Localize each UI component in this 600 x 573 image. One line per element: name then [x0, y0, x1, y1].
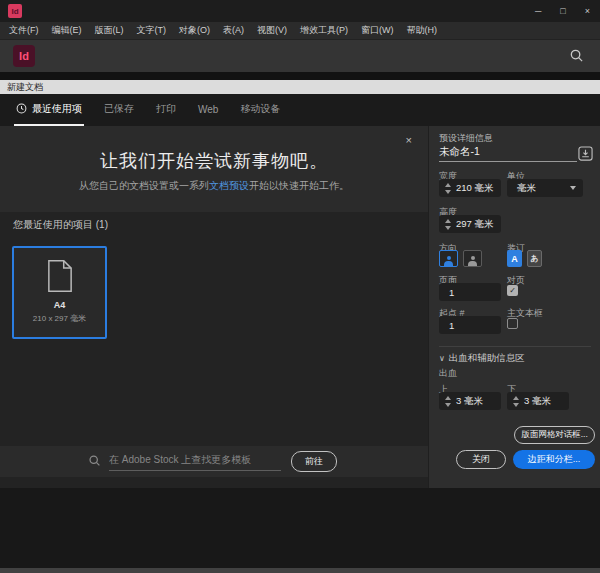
banner-title: 让我们开始尝试新事物吧。 — [0, 149, 428, 173]
document-presets-link[interactable]: 文档预设 — [209, 180, 249, 191]
margins-columns-button[interactable]: 边距和分栏... — [513, 450, 595, 469]
menu-edit[interactable]: 编辑(E) — [52, 24, 82, 37]
menu-window[interactable]: 窗口(W) — [361, 24, 394, 37]
card-name: A4 — [54, 300, 66, 310]
width-stepper[interactable]: 210 毫米 — [439, 179, 501, 197]
layout-grid-dialog-button[interactable]: 版面网格对话框... — [514, 426, 595, 444]
tab-label: 已保存 — [104, 102, 134, 116]
app-toolbar: Id — [0, 40, 600, 72]
stepper-arrows-icon[interactable] — [513, 396, 519, 407]
binding-options: A あ — [507, 250, 542, 267]
landscape-orientation-icon[interactable] — [463, 250, 482, 267]
bleed-label: 出血 — [439, 367, 457, 380]
menu-object[interactable]: 对象(O) — [179, 24, 210, 37]
app-background — [0, 488, 600, 568]
menu-plugins[interactable]: 增效工具(P) — [300, 24, 348, 37]
minimize-icon[interactable]: ─ — [535, 6, 541, 16]
pages-value: 1 — [439, 287, 454, 298]
orientation-options — [439, 250, 482, 267]
maximize-icon[interactable]: □ — [560, 6, 565, 16]
indesign-app-icon: Id — [8, 4, 22, 18]
close-icon[interactable]: × — [585, 6, 590, 16]
document-icon — [47, 259, 73, 293]
tab-label: 最近使用项 — [32, 102, 82, 116]
tab-mobile[interactable]: 移动设备 — [238, 94, 282, 126]
banner-subtitle: 从您自己的文档设置或一系列文档预设开始以快速开始工作。 — [0, 179, 428, 193]
unit-dropdown[interactable]: 毫米 — [507, 179, 583, 197]
bleed-top-stepper[interactable]: 3 毫米 — [439, 392, 501, 410]
panel-divider — [439, 346, 591, 347]
banner-close-icon[interactable]: × — [406, 134, 412, 146]
stepper-arrows-icon[interactable] — [445, 396, 451, 407]
stock-search-bar: 在 Adobe Stock 上查找更多模板 前往 — [0, 446, 428, 477]
pages-input[interactable]: 1 — [439, 283, 501, 301]
tab-web[interactable]: Web — [196, 94, 220, 126]
search-icon — [88, 453, 101, 471]
menu-type[interactable]: 文字(T) — [137, 24, 167, 37]
menu-bar: 文件(F) 编辑(E) 版面(L) 文字(T) 对象(O) 表(A) 视图(V)… — [0, 22, 600, 40]
check-icon: ✓ — [509, 286, 516, 295]
banner-subtitle-text: 从您自己的文档设置或一系列 — [79, 180, 209, 191]
menu-file[interactable]: 文件(F) — [9, 24, 39, 37]
bleed-bottom-value: 3 毫米 — [524, 395, 551, 408]
menu-table[interactable]: 表(A) — [223, 24, 244, 37]
facing-pages-checkbox[interactable]: ✓ — [507, 285, 518, 296]
height-stepper[interactable]: 297 毫米 — [439, 215, 501, 233]
go-button[interactable]: 前往 — [291, 451, 337, 472]
binding-left-to-right-icon[interactable]: A — [507, 250, 522, 267]
tab-print[interactable]: 打印 — [154, 94, 178, 126]
stepper-arrows-icon[interactable] — [445, 183, 451, 194]
unit-value: 毫米 — [507, 182, 536, 195]
stock-search-input[interactable]: 在 Adobe Stock 上查找更多模板 — [109, 453, 281, 471]
tab-label: 打印 — [156, 102, 176, 116]
portrait-orientation-icon[interactable] — [439, 250, 458, 267]
banner-subtitle-text: 开始以快速开始工作。 — [249, 180, 349, 191]
chevron-down-icon: ∨ — [439, 354, 445, 363]
card-dimensions: 210 x 297 毫米 — [33, 313, 86, 324]
menu-view[interactable]: 视图(V) — [257, 24, 287, 37]
document-tabs: 最近使用项 已保存 打印 Web 移动设备 — [0, 94, 600, 126]
indesign-logo: Id — [13, 45, 35, 67]
bleed-slug-section-header[interactable]: ∨ 出血和辅助信息区 — [439, 352, 525, 365]
bleed-top-value: 3 毫米 — [456, 395, 483, 408]
recent-document-card-a4[interactable]: A4 210 x 297 毫米 — [12, 246, 107, 339]
tab-label: Web — [198, 104, 218, 115]
preset-details-heading: 预设详细信息 — [439, 132, 493, 145]
toolbar-search-button[interactable] — [568, 49, 584, 65]
dialog-titlebar: 新建文档 — [0, 80, 600, 94]
preset-details-panel: 预设详细信息 未命名-1 宽度 单位 210 毫米 毫米 高度 297 毫米 方… — [428, 126, 600, 488]
bottom-edge — [0, 568, 600, 573]
recent-items-heading: 您最近使用的项目 (1) — [13, 218, 108, 232]
bleed-bottom-stepper[interactable]: 3 毫米 — [507, 392, 569, 410]
os-titlebar: Id ─ □ × — [0, 0, 600, 22]
indesign-window: Id ─ □ × 文件(F) 编辑(E) 版面(L) 文字(T) 对象(O) 表… — [0, 0, 600, 573]
start-page-value: 1 — [439, 320, 454, 331]
window-controls: ─ □ × — [535, 0, 590, 22]
promo-banner: × 让我们开始尝试新事物吧。 从您自己的文档设置或一系列文档预设开始以快速开始工… — [0, 126, 428, 212]
chevron-down-icon — [570, 186, 576, 190]
primary-text-frame-checkbox[interactable] — [507, 318, 518, 329]
document-name-input[interactable]: 未命名-1 — [439, 145, 577, 162]
dialog-title: 新建文档 — [7, 81, 43, 94]
toolbar-divider — [0, 72, 600, 80]
search-icon — [569, 48, 584, 67]
tab-saved[interactable]: 已保存 — [102, 94, 136, 126]
binding-right-to-left-icon[interactable]: あ — [527, 250, 542, 267]
tab-label: 移动设备 — [240, 102, 280, 116]
start-page-input[interactable]: 1 — [439, 316, 501, 334]
stepper-arrows-icon[interactable] — [445, 219, 451, 230]
menu-layout[interactable]: 版面(L) — [95, 24, 124, 37]
close-button[interactable]: 关闭 — [456, 450, 506, 469]
menu-help[interactable]: 帮助(H) — [407, 24, 438, 37]
save-preset-icon[interactable] — [578, 146, 593, 161]
height-value: 297 毫米 — [456, 218, 494, 231]
tab-recent[interactable]: 最近使用项 — [14, 94, 84, 126]
bleed-slug-heading: 出血和辅助信息区 — [449, 352, 525, 365]
dialog-content: × 让我们开始尝试新事物吧。 从您自己的文档设置或一系列文档预设开始以快速开始工… — [0, 126, 428, 488]
clock-icon — [16, 103, 27, 116]
width-value: 210 毫米 — [456, 182, 494, 195]
